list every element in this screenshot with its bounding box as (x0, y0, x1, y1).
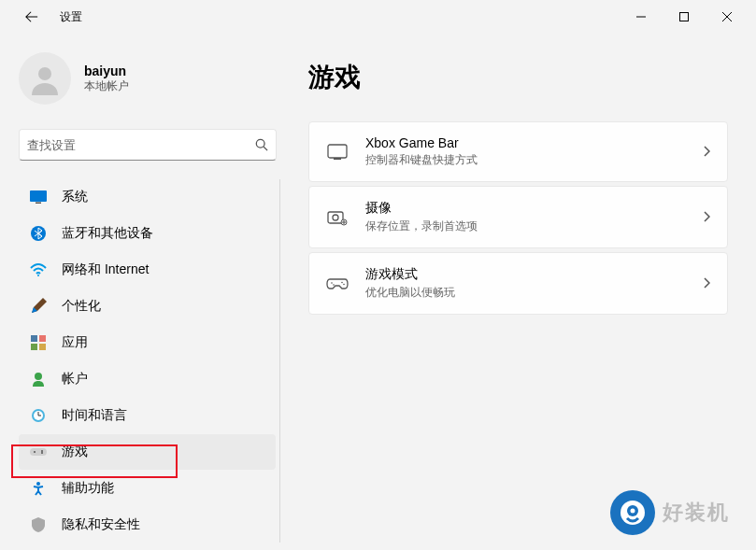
sidebar-item-label: 个性化 (62, 298, 101, 315)
chevron-right-icon (703, 209, 710, 226)
chevron-right-icon (703, 144, 710, 161)
card-xbox-game-bar[interactable]: Xbox Game Bar 控制器和键盘快捷方式 (308, 121, 728, 182)
watermark: 好装机 (610, 490, 730, 535)
sidebar-item-label: 蓝牙和其他设备 (62, 225, 153, 242)
apps-icon (30, 334, 47, 351)
search-icon (255, 138, 268, 151)
sidebar-item-account[interactable]: 帐户 (19, 361, 276, 397)
app-title: 设置 (60, 9, 82, 25)
card-subtitle: 保存位置，录制首选项 (365, 219, 703, 234)
accessibility-icon (30, 480, 47, 497)
svg-point-33 (333, 284, 335, 286)
sidebar-item-time[interactable]: 时间和语言 (19, 398, 276, 433)
svg-rect-8 (36, 203, 41, 204)
maximize-button[interactable] (663, 2, 706, 32)
svg-point-22 (41, 450, 43, 452)
account-icon (30, 371, 47, 388)
capture-icon (326, 206, 349, 229)
close-button[interactable] (706, 2, 749, 32)
sidebar-item-privacy[interactable]: 隐私和安全性 (19, 507, 276, 543)
sidebar-item-apps[interactable]: 应用 (19, 325, 276, 360)
time-icon (30, 407, 47, 424)
sidebar-item-label: 隐私和安全性 (62, 516, 140, 533)
search-box[interactable] (19, 129, 277, 161)
card-subtitle: 控制器和键盘快捷方式 (365, 152, 703, 168)
page-title: 游戏 (308, 60, 728, 95)
sidebar-item-system[interactable]: 系统 (19, 179, 276, 215)
back-arrow-icon (25, 10, 38, 23)
profile-name: baiyun (84, 63, 129, 78)
sidebar-item-personalization[interactable]: 个性化 (19, 289, 276, 324)
sidebar-item-bluetooth[interactable]: 蓝牙和其他设备 (19, 216, 276, 251)
close-icon (722, 12, 732, 21)
sidebar-item-label: 系统 (62, 189, 88, 205)
sidebar-item-label: 时间和语言 (62, 407, 127, 424)
sidebar-item-network[interactable]: 网络和 Internet (19, 252, 276, 288)
svg-line-6 (264, 147, 267, 150)
search-input[interactable] (27, 138, 255, 152)
sidebar-item-label: 应用 (62, 334, 88, 351)
personalization-icon (30, 298, 47, 315)
svg-point-35 (343, 283, 345, 285)
sidebar-item-label: 帐户 (62, 371, 88, 388)
card-capture[interactable]: 摄像 保存位置，录制首选项 (308, 186, 728, 248)
svg-rect-13 (31, 344, 37, 350)
svg-rect-7 (30, 190, 47, 202)
svg-rect-25 (328, 145, 347, 158)
svg-point-5 (256, 139, 264, 148)
svg-point-28 (333, 215, 338, 220)
gaming-icon (30, 444, 47, 460)
network-icon (30, 261, 47, 278)
card-title: 摄像 (365, 200, 703, 217)
profile-section[interactable]: baiyun 本地帐户 (15, 47, 280, 120)
sidebar-item-label: 游戏 (62, 444, 88, 460)
avatar (19, 52, 71, 105)
card-game-mode[interactable]: 游戏模式 优化电脑以便畅玩 (308, 252, 728, 315)
gamemode-icon (326, 273, 349, 295)
system-icon (30, 189, 47, 205)
watermark-text: 好装机 (663, 499, 730, 527)
xbox-icon (326, 141, 349, 163)
sidebar-item-label: 辅助功能 (62, 480, 114, 497)
minimize-button[interactable] (620, 2, 663, 32)
card-title: Xbox Game Bar (365, 135, 703, 150)
svg-rect-11 (31, 335, 37, 342)
card-subtitle: 优化电脑以便畅玩 (365, 285, 703, 301)
svg-point-32 (331, 282, 333, 284)
sidebar-item-label: 网络和 Internet (62, 261, 149, 278)
maximize-icon (679, 12, 689, 21)
svg-point-15 (35, 373, 42, 380)
svg-rect-12 (39, 335, 46, 342)
svg-point-23 (41, 452, 43, 454)
bluetooth-icon (30, 225, 47, 242)
privacy-icon (30, 516, 47, 533)
svg-point-34 (341, 281, 343, 283)
sidebar-item-accessibility[interactable]: 辅助功能 (19, 471, 276, 506)
watermark-logo-icon (610, 490, 655, 535)
back-button[interactable] (17, 2, 47, 32)
avatar-icon (26, 60, 64, 97)
minimize-icon (636, 12, 646, 21)
card-title: 游戏模式 (365, 266, 703, 283)
svg-point-21 (34, 451, 36, 453)
chevron-right-icon (703, 275, 710, 292)
svg-point-24 (36, 482, 40, 486)
svg-point-4 (38, 67, 51, 80)
profile-subtitle: 本地帐户 (84, 78, 129, 94)
sidebar-item-gaming[interactable]: 游戏 (19, 434, 276, 470)
svg-rect-20 (30, 448, 47, 456)
svg-point-38 (631, 509, 635, 514)
svg-rect-14 (39, 344, 46, 350)
svg-rect-1 (680, 13, 689, 21)
svg-point-10 (37, 275, 39, 276)
svg-rect-26 (334, 158, 341, 160)
